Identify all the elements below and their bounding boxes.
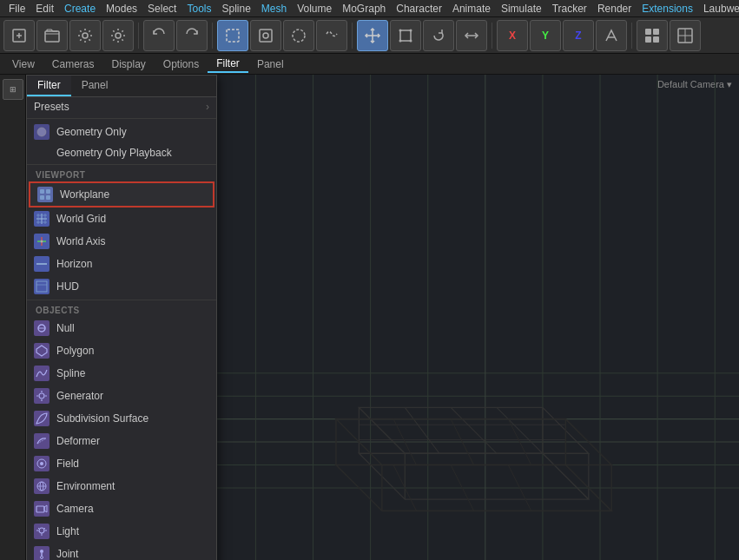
- svg-rect-20: [653, 29, 659, 35]
- polygon-row[interactable]: Polygon: [27, 339, 216, 362]
- dropdown-tab-panel[interactable]: Panel: [71, 76, 119, 96]
- menu-mograph[interactable]: MoGraph: [337, 0, 391, 16]
- null-row[interactable]: Null: [27, 317, 216, 339]
- horizon-row[interactable]: Horizon: [27, 253, 216, 275]
- axis-y-button[interactable]: Y: [530, 20, 561, 51]
- new-button[interactable]: [3, 20, 35, 51]
- svg-marker-92: [44, 505, 47, 512]
- rotate-button[interactable]: [423, 20, 454, 51]
- svg-rect-7: [260, 30, 272, 42]
- transform-button[interactable]: [390, 20, 421, 51]
- layout1-button[interactable]: [637, 20, 668, 51]
- svg-rect-68: [40, 195, 44, 200]
- svg-point-13: [399, 29, 402, 31]
- sidebar-btn-1[interactable]: ⊞: [3, 79, 23, 100]
- settings1-button[interactable]: [69, 20, 101, 51]
- svg-point-85: [39, 393, 44, 399]
- menu-simulate[interactable]: Simulate: [496, 0, 547, 16]
- menu-modes[interactable]: Modes: [101, 0, 142, 16]
- menu-select[interactable]: Select: [142, 0, 181, 16]
- svg-point-87: [40, 462, 43, 465]
- spline-row[interactable]: Spline: [27, 362, 216, 385]
- field-icon: [34, 456, 49, 471]
- geometry-only-row[interactable]: Geometry Only: [27, 121, 216, 143]
- generator-icon: [34, 388, 49, 404]
- menu-edit[interactable]: Edit: [30, 0, 59, 16]
- menu-mesh[interactable]: Mesh: [256, 0, 292, 16]
- settings2-button[interactable]: [102, 20, 134, 51]
- open-button[interactable]: [36, 20, 68, 51]
- tab-view[interactable]: View: [3, 56, 43, 72]
- menu-create[interactable]: Create: [59, 0, 101, 16]
- svg-line-52: [497, 407, 543, 453]
- menu-tracker[interactable]: Tracker: [547, 0, 592, 16]
- scale-button[interactable]: [456, 20, 487, 51]
- dropdown-tab-filter[interactable]: Filter: [27, 76, 71, 96]
- menu-volume[interactable]: Volume: [292, 0, 337, 16]
- presets-arrow: ›: [206, 101, 209, 113]
- sep4: [492, 23, 492, 49]
- select-live-button[interactable]: [250, 20, 281, 51]
- svg-point-9: [293, 30, 305, 42]
- workplane-row[interactable]: Workplane: [29, 181, 214, 208]
- joint-row[interactable]: Joint: [27, 543, 216, 560]
- redo-button[interactable]: [176, 20, 208, 51]
- tab-panel[interactable]: Panel: [248, 56, 293, 72]
- svg-rect-22: [653, 36, 659, 43]
- deformer-row[interactable]: Deformer: [27, 430, 216, 452]
- tab-cameras[interactable]: Cameras: [43, 56, 103, 72]
- svg-rect-67: [46, 189, 50, 194]
- axis-z-button[interactable]: Z: [563, 20, 594, 51]
- subdivision-surface-label: Subdivision Surface: [56, 412, 148, 425]
- svg-point-93: [39, 528, 44, 533]
- world-axis-icon: [34, 234, 49, 249]
- menu-spline[interactable]: Spline: [216, 0, 255, 16]
- horizon-icon: [34, 256, 49, 272]
- null-label: Null: [56, 322, 75, 334]
- deformer-icon: [34, 433, 49, 449]
- sep-viewport: [27, 164, 216, 165]
- filter-dropdown: Filter Panel Presets › Geometry Only Geo…: [26, 75, 217, 560]
- tab-options[interactable]: Options: [155, 56, 208, 72]
- spline-icon: [34, 366, 49, 381]
- menu-laubwerk[interactable]: Laubwerk: [698, 0, 739, 16]
- hud-row[interactable]: HUD: [27, 275, 216, 298]
- environment-row[interactable]: Environment: [27, 475, 216, 497]
- world-axis-row[interactable]: World Axis: [27, 230, 216, 253]
- menu-tools[interactable]: Tools: [181, 0, 216, 16]
- camera-row[interactable]: Camera: [27, 497, 216, 520]
- camera-icon: [34, 501, 49, 517]
- world-grid-label: World Grid: [56, 213, 106, 225]
- deformer-label: Deformer: [56, 435, 100, 447]
- menu-file[interactable]: File: [3, 0, 30, 16]
- menu-render[interactable]: Render: [592, 0, 637, 16]
- generator-row[interactable]: Generator: [27, 385, 216, 407]
- undo-button[interactable]: [143, 20, 175, 51]
- svg-point-78: [41, 240, 43, 243]
- menu-character[interactable]: Character: [391, 0, 447, 16]
- svg-point-4: [82, 33, 88, 38]
- select-circle-button[interactable]: [283, 20, 314, 51]
- geometry-only-playback-row[interactable]: Geometry Only Playback: [27, 143, 216, 162]
- move-button[interactable]: [357, 20, 388, 51]
- select-rect-button[interactable]: [217, 20, 248, 51]
- generator-label: Generator: [56, 390, 103, 402]
- field-row[interactable]: Field: [27, 452, 216, 475]
- tab-filter[interactable]: Filter: [208, 56, 248, 73]
- light-row[interactable]: Light: [27, 520, 216, 543]
- svg-point-8: [263, 33, 268, 38]
- presets-row[interactable]: Presets ›: [27, 97, 216, 116]
- light-icon: [34, 524, 49, 539]
- layout2-button[interactable]: [670, 20, 701, 51]
- axis-x-button[interactable]: X: [497, 20, 528, 51]
- menu-animate[interactable]: Animate: [447, 0, 496, 16]
- null-icon: [34, 320, 49, 336]
- world-grid-row[interactable]: World Grid: [27, 208, 216, 230]
- menu-extensions[interactable]: Extensions: [637, 0, 698, 16]
- subdivision-surface-row[interactable]: Subdivision Surface: [27, 407, 216, 430]
- tab-display[interactable]: Display: [102, 56, 154, 72]
- coord-button[interactable]: [596, 20, 627, 51]
- select-free-button[interactable]: [316, 20, 347, 51]
- field-label: Field: [56, 458, 79, 470]
- viewport-3d[interactable]: Perspective Default Camera ▾ .grid-line …: [26, 75, 739, 560]
